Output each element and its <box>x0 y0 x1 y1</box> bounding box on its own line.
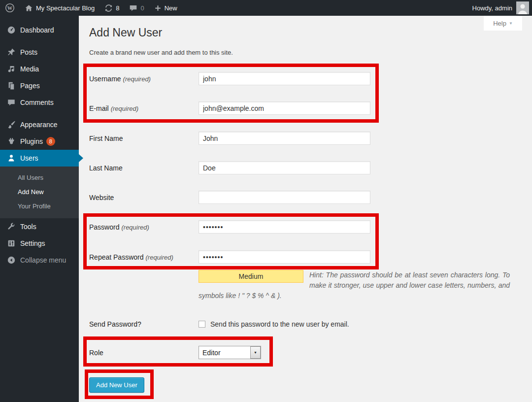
tools-wrench-icon <box>7 222 16 231</box>
submenu-item-all-users[interactable]: All Users <box>0 170 79 185</box>
update-icon <box>104 4 113 12</box>
required-note: (required) <box>123 75 151 83</box>
sidebar-item-label: Dashboard <box>20 26 54 34</box>
sidebar-item-posts[interactable]: Posts <box>0 44 79 61</box>
sidebar-item-label: Plugins <box>20 137 43 145</box>
submenu-item-add-new[interactable]: Add New <box>0 185 79 199</box>
sidebar-item-label: Comments <box>20 99 54 106</box>
comments-icon <box>7 98 16 107</box>
send-password-row: Send Password? Send this password to the… <box>89 317 510 331</box>
password-input[interactable] <box>199 220 370 234</box>
appearance-brush-icon <box>7 120 16 129</box>
role-label: Role <box>89 349 199 357</box>
howdy-label[interactable]: Howdy, admin <box>472 4 512 12</box>
add-new-user-button[interactable]: Add New User <box>89 377 144 393</box>
pages-icon <box>7 81 16 90</box>
help-label: Help <box>493 20 506 27</box>
page-title: Add New User <box>89 26 162 40</box>
plugins-plug-icon <box>7 137 16 146</box>
send-password-checkbox-label: Send this password to the new user by em… <box>210 320 349 328</box>
required-note: (required) <box>146 254 173 261</box>
repeat-password-row: Repeat Password(required) <box>89 250 510 264</box>
media-note-icon <box>7 65 16 73</box>
admin-sidebar: Dashboard Posts Media Pages <box>0 16 79 402</box>
posts-pin-icon <box>7 48 16 57</box>
sidebar-item-appearance[interactable]: Appearance <box>0 116 79 133</box>
new-content-button[interactable]: New <box>149 0 182 16</box>
sidebar-item-pages[interactable]: Pages <box>0 77 79 94</box>
sidebar-item-label: Users <box>20 154 38 162</box>
svg-text:W: W <box>7 5 13 11</box>
first-name-input[interactable] <box>199 132 370 145</box>
settings-sliders-icon <box>7 239 16 248</box>
password-strength-meter: Medium <box>199 270 303 283</box>
sidebar-item-label: Tools <box>20 223 36 231</box>
required-note: (required) <box>111 105 138 112</box>
sidebar-item-tools[interactable]: Tools <box>0 218 79 235</box>
sidebar-item-label: Posts <box>20 48 37 56</box>
comments-bubble-icon <box>129 4 137 12</box>
repeat-password-input[interactable] <box>199 250 370 264</box>
last-name-label: Last Name <box>89 164 199 172</box>
update-count: 8 <box>116 4 119 12</box>
username-input[interactable] <box>199 72 370 85</box>
first-name-row: First Name <box>89 132 510 145</box>
username-row: Username(required) <box>89 72 510 85</box>
users-submenu: All Users Add New Your Profile <box>0 167 79 218</box>
wordpress-logo-icon: W <box>5 3 15 13</box>
username-label: Username(required) <box>89 75 199 83</box>
sidebar-item-label: Appearance <box>20 121 58 129</box>
help-button[interactable]: Help ▼ <box>484 16 522 31</box>
sidebar-item-label: Media <box>20 65 39 73</box>
role-select[interactable]: Editor ▼ <box>199 346 261 359</box>
last-name-row: Last Name <box>89 161 510 174</box>
sidebar-item-label: Collapse menu <box>20 256 66 264</box>
website-row: Website <box>89 191 510 204</box>
collapse-arrow-icon <box>7 256 16 265</box>
sidebar-item-collapse-menu[interactable]: Collapse menu <box>0 252 79 268</box>
email-input[interactable] <box>199 101 370 115</box>
dashboard-icon <box>7 26 16 34</box>
home-icon <box>25 4 33 12</box>
sidebar-item-comments[interactable]: Comments <box>0 94 79 111</box>
site-name-link[interactable]: My Spectacular Blog <box>20 0 100 16</box>
plugins-update-badge: 8 <box>46 137 55 146</box>
updates-button[interactable]: 8 <box>100 0 124 16</box>
chevron-down-icon: ▼ <box>250 346 261 359</box>
send-password-checkbox[interactable] <box>199 321 205 328</box>
sidebar-item-plugins[interactable]: Plugins 8 <box>0 133 79 150</box>
required-note: (required) <box>121 224 149 231</box>
sidebar-item-dashboard[interactable]: Dashboard <box>0 22 79 38</box>
site-name-label: My Spectacular Blog <box>36 4 95 12</box>
new-label: New <box>165 4 177 12</box>
password-row: Password(required) <box>89 220 510 234</box>
main-content: Help ▼ Add New User Create a brand new u… <box>79 16 532 402</box>
last-name-input[interactable] <box>199 161 370 174</box>
sidebar-item-settings[interactable]: Settings <box>0 235 79 252</box>
wordpress-menu-button[interactable]: W <box>0 0 20 16</box>
help-chevron-down-icon: ▼ <box>509 21 513 26</box>
password-label: Password(required) <box>89 223 199 231</box>
send-password-label: Send Password? <box>89 320 199 328</box>
plus-icon <box>154 4 162 12</box>
email-row: E-mail(required) <box>89 101 510 115</box>
sidebar-item-users[interactable]: Users <box>0 150 79 167</box>
email-label: E-mail(required) <box>89 104 199 112</box>
repeat-password-label: Repeat Password(required) <box>89 253 199 261</box>
password-strength-row: Medium Hint: The password should be at l… <box>89 270 510 302</box>
user-avatar[interactable] <box>516 1 529 14</box>
sidebar-item-media[interactable]: Media <box>0 61 79 77</box>
comment-count: 0 <box>140 4 144 12</box>
role-select-value: Editor <box>199 349 250 357</box>
admin-bar: W My Spectacular Blog 8 0 New <box>0 0 532 16</box>
submenu-item-your-profile[interactable]: Your Profile <box>0 199 79 213</box>
sidebar-item-label: Pages <box>20 82 40 90</box>
website-input[interactable] <box>199 191 370 204</box>
comments-button[interactable]: 0 <box>124 0 149 16</box>
sidebar-item-label: Settings <box>20 239 45 247</box>
first-name-label: First Name <box>89 134 199 142</box>
wordpress-add-new-user-page: W My Spectacular Blog 8 0 New <box>0 0 532 402</box>
add-user-form: Username(required) E-mail(required) Firs… <box>89 72 510 393</box>
website-label: Website <box>89 194 199 201</box>
page-description: Create a brand new user and add them to … <box>89 49 233 56</box>
